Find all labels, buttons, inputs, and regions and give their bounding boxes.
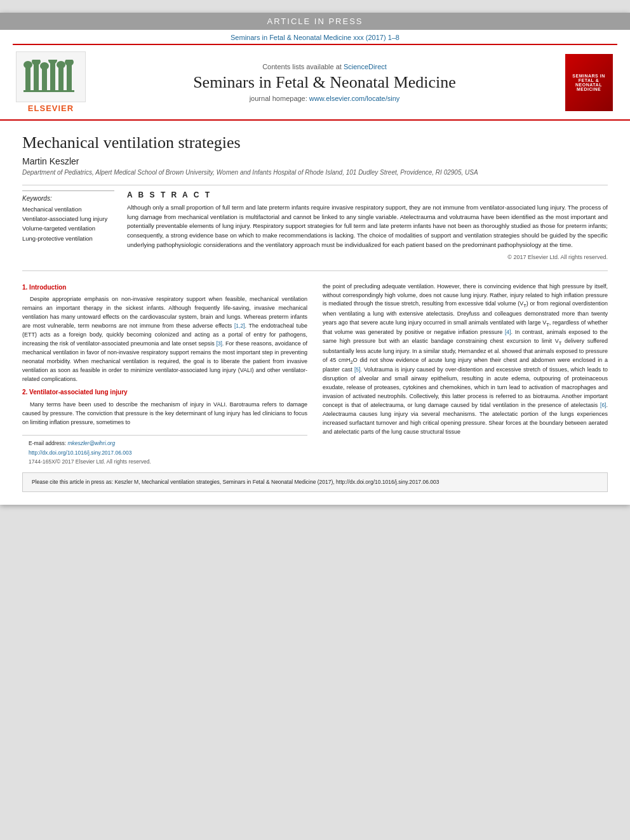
- article-two-column: 1. Introduction Despite appropriate emph…: [22, 283, 608, 467]
- vali-heading: 2. Ventilator-associated lung injury: [22, 387, 307, 397]
- ref-5[interactable]: [5]: [354, 366, 360, 373]
- ref-1-2[interactable]: [1,2]: [234, 323, 245, 329]
- svg-point-10: [48, 60, 57, 64]
- abstract-section: Keywords: Mechanical ventilation Ventila…: [22, 190, 608, 260]
- abstract-title: A B S T R A C T: [127, 190, 608, 199]
- svg-rect-4: [58, 66, 64, 91]
- keyword-1: Mechanical ventilation: [22, 204, 114, 214]
- keywords-column: Keywords: Mechanical ventilation Ventila…: [22, 190, 114, 260]
- svg-point-11: [57, 61, 65, 69]
- journal-header: ELSEVIER Contents lists available at Sci…: [0, 45, 630, 121]
- footer-doi[interactable]: http://dx.doi.org/10.1016/j.siny.2017.06…: [29, 449, 307, 457]
- divider-after-abstract: [22, 270, 608, 271]
- keywords-list: Mechanical ventilation Ventilator-associ…: [22, 204, 114, 243]
- svg-rect-2: [42, 67, 47, 91]
- journal-title-block: Contents lists available at ScienceDirec…: [89, 63, 560, 102]
- abstract-column: A B S T R A C T Although only a small pr…: [127, 190, 608, 260]
- journal-title-main: Seminars in Fetal & Neonatal Medicine: [95, 73, 554, 92]
- footer-issn: 1744-165X/© 2017 Elsevier Ltd. All right…: [29, 458, 307, 466]
- journal-cite-text: Seminars in Fetal & Neonatal Medicine xx…: [231, 34, 399, 41]
- article-author: Martin Keszler: [22, 156, 608, 166]
- journal-logo-right: SEMINARS INFETAL &NEONATALMEDICINE: [560, 54, 617, 111]
- intro-paragraph-1: Despite appropriate emphasis on non-inva…: [22, 295, 307, 383]
- logo-box-text: SEMINARS INFETAL &NEONATALMEDICINE: [572, 74, 605, 91]
- elsevier-logo-block: ELSEVIER: [13, 51, 89, 113]
- ref-4[interactable]: [4]: [505, 329, 511, 335]
- page: ARTICLE IN PRESS Seminars in Fetal & Neo…: [0, 13, 630, 505]
- citation-bar: Please cite this article in press as: Ke…: [22, 472, 608, 492]
- article-in-press-banner: ARTICLE IN PRESS: [0, 13, 630, 30]
- abstract-text: Although only a small proportion of full…: [127, 203, 608, 250]
- svg-rect-6: [23, 90, 74, 92]
- svg-point-8: [32, 60, 41, 65]
- homepage-url[interactable]: www.elsevier.com/locate/siny: [309, 95, 399, 102]
- sciencedirect-prefix: Contents lists available at: [262, 63, 344, 70]
- svg-rect-0: [25, 66, 30, 91]
- svg-rect-1: [34, 63, 39, 91]
- vali-paragraph-1: Many terms have been used to describe th…: [22, 401, 307, 427]
- keyword-2: Ventilator-associated lung injury: [22, 214, 114, 223]
- svg-rect-5: [67, 63, 72, 91]
- journal-homepage-line: journal homepage: www.elsevier.com/locat…: [95, 95, 554, 102]
- footer-email-prefix: E-mail address:: [29, 440, 67, 446]
- footer-section: E-mail address: mkeszler@wihri.org http:…: [22, 435, 307, 467]
- sciencedirect-link[interactable]: ScienceDirect: [344, 63, 387, 70]
- ref-3[interactable]: [3]: [216, 340, 222, 347]
- svg-rect-3: [50, 62, 55, 91]
- footer-email[interactable]: mkeszler@wihri.org: [67, 440, 115, 446]
- ref-6[interactable]: [6]: [600, 402, 606, 408]
- article-body: Mechanical ventilation strategies Martin…: [0, 121, 630, 505]
- divider-after-affiliation: [22, 185, 608, 185]
- sciencedirect-line: Contents lists available at ScienceDirec…: [95, 63, 554, 70]
- svg-point-7: [23, 61, 32, 69]
- right-paragraph-1: the point of precluding adequate ventila…: [323, 283, 608, 437]
- citation-bar-text: Please cite this article in press as: Ke…: [32, 479, 439, 485]
- homepage-prefix: journal homepage:: [250, 95, 309, 102]
- svg-point-9: [40, 62, 49, 70]
- svg-point-12: [65, 60, 74, 66]
- article-affiliation: Department of Pediatrics, Alpert Medical…: [22, 169, 608, 176]
- journal-cite-line: Seminars in Fetal & Neonatal Medicine xx…: [0, 30, 630, 44]
- right-column: the point of precluding adequate ventila…: [323, 283, 608, 467]
- article-title: Mechanical ventilation strategies: [22, 133, 608, 152]
- footer-email-line: E-mail address: mkeszler@wihri.org: [29, 439, 307, 448]
- journal-logo-box: SEMINARS INFETAL &NEONATALMEDICINE: [565, 54, 613, 111]
- elsevier-label: ELSEVIER: [28, 103, 74, 113]
- intro-heading: 1. Introduction: [22, 283, 307, 293]
- elsevier-logo-image: [16, 51, 86, 102]
- keyword-3: Volume-targeted ventilation: [22, 223, 114, 233]
- elsevier-tree-svg: [22, 60, 79, 95]
- keyword-4: Lung-protective ventilation: [22, 234, 114, 243]
- keywords-label: Keywords:: [22, 195, 114, 202]
- left-column: 1. Introduction Despite appropriate emph…: [22, 283, 307, 467]
- copyright-line: © 2017 Elsevier Ltd. All rights reserved…: [127, 254, 608, 260]
- banner-text: ARTICLE IN PRESS: [267, 17, 363, 26]
